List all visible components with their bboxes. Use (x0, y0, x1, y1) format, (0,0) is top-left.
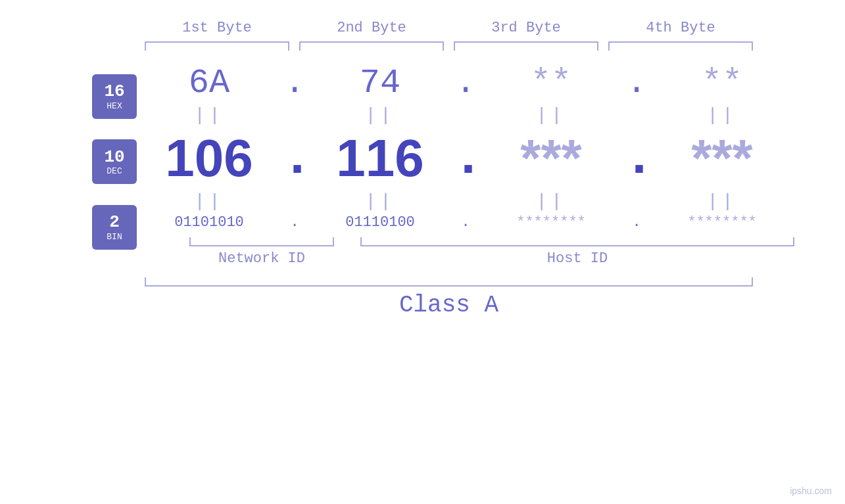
id-labels-row: Network ID Host ID (189, 250, 794, 267)
byte-header-2: 2nd Byte (299, 20, 444, 36)
dec-dot-2: . (452, 129, 479, 189)
eq-1-2: || (308, 105, 452, 126)
eq-2-2: || (308, 191, 452, 212)
dec-val-3: *** (479, 128, 623, 189)
eq-2-3: || (479, 191, 623, 212)
byte-headers-row: 1st Byte 2nd Byte 3rd Byte 4th Byte (92, 0, 753, 36)
bin-val-4: ******** (650, 214, 794, 231)
bin-row: 01101010 . 01110100 . ******** . *******… (137, 214, 794, 231)
bin-badge-label: BIN (107, 232, 122, 242)
network-id-label: Network ID (189, 250, 334, 267)
byte-header-4: 4th Byte (608, 20, 753, 36)
big-bracket-container: Class A (145, 277, 753, 319)
hex-dot-3: . (623, 66, 650, 101)
eq-2-4: || (650, 191, 794, 212)
label-spacer (334, 250, 360, 267)
host-id-label: Host ID (360, 250, 794, 267)
eq-1-3: || (479, 105, 623, 126)
bottom-brackets-row (189, 237, 794, 246)
hex-dot-1: . (281, 66, 308, 101)
hex-badge-num: 16 (104, 82, 124, 101)
dec-val-2: 116 (308, 128, 452, 189)
hex-badge-label: HEX (107, 101, 122, 111)
hex-row: 6A . 74 . ** . ** (137, 64, 794, 103)
dec-val-4: *** (650, 128, 794, 189)
bin-dot-2: . (452, 214, 479, 231)
bottom-section: Network ID Host ID (137, 235, 794, 267)
big-bracket (145, 277, 753, 286)
class-label-container: Class A (145, 292, 753, 319)
bin-val-1: 01101010 (137, 214, 281, 231)
main-area: 16 HEX 10 DEC 2 BIN 6A . 74 . ** . ** (92, 57, 753, 267)
badges-column: 16 HEX 10 DEC 2 BIN (92, 57, 137, 267)
bin-badge: 2 BIN (92, 205, 137, 250)
dec-badge-label: DEC (107, 166, 122, 176)
hex-val-1: 6A (137, 64, 281, 103)
bin-val-3: ******** (479, 214, 623, 231)
hex-badge: 16 HEX (92, 74, 137, 119)
data-columns: 6A . 74 . ** . ** || || || || 106 (137, 57, 794, 267)
top-bracket-4 (608, 41, 753, 51)
dec-badge-num: 10 (104, 148, 124, 167)
top-bracket-3 (454, 41, 598, 51)
eq-1-1: || (137, 105, 281, 126)
dec-dot-3: . (623, 129, 650, 189)
bin-val-2: 01110100 (308, 214, 452, 231)
equals-row-2: || || || || (137, 191, 794, 212)
top-bracket-2 (299, 41, 444, 51)
watermark: ipshu.com (790, 486, 832, 496)
bot-bracket-network (189, 237, 334, 246)
bin-dot-1: . (281, 214, 308, 231)
bot-bracket-host (360, 237, 794, 246)
top-brackets (92, 41, 753, 51)
hex-val-3: ** (479, 64, 623, 103)
eq-2-1: || (137, 191, 281, 212)
dec-dot-1: . (281, 129, 308, 189)
main-container: 1st Byte 2nd Byte 3rd Byte 4th Byte 16 H… (0, 0, 845, 504)
eq-1-4: || (650, 105, 794, 126)
bin-badge-num: 2 (109, 213, 120, 232)
dec-val-1: 106 (137, 128, 281, 189)
top-bracket-1 (145, 41, 289, 51)
class-label: Class A (399, 292, 498, 319)
dec-row: 106 . 116 . *** . *** (137, 128, 794, 189)
equals-row-1: || || || || (137, 105, 794, 126)
byte-header-3: 3rd Byte (454, 20, 598, 36)
hex-val-2: 74 (308, 64, 452, 103)
hex-dot-2: . (452, 66, 479, 101)
dec-badge: 10 DEC (92, 139, 137, 184)
hex-val-4: ** (650, 64, 794, 103)
byte-header-1: 1st Byte (145, 20, 289, 36)
bin-dot-3: . (623, 214, 650, 231)
